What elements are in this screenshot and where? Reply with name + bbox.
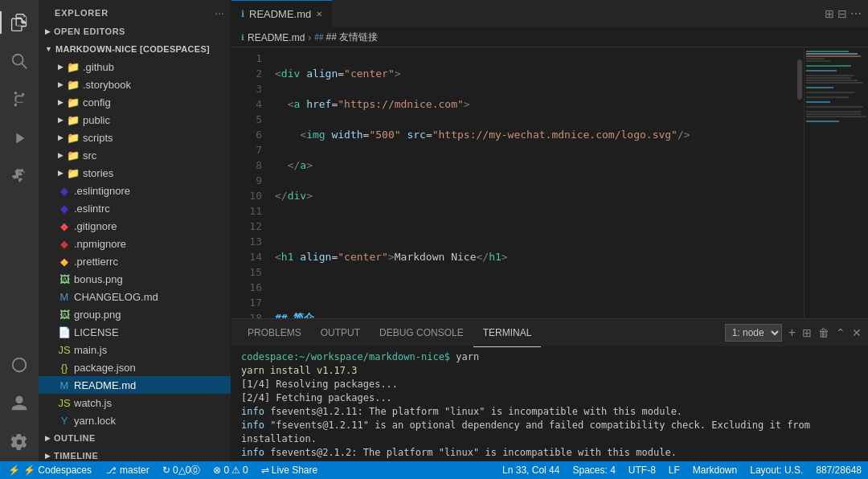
layout-status[interactable]: Layout: U.S. [743,461,809,479]
panel-tab-terminal[interactable]: TERMINAL [473,319,542,347]
tab-readme[interactable]: ℹ README.md ✕ [231,0,332,28]
tab-icon: ℹ [241,9,244,19]
panel-tab-problems[interactable]: PROBLEMS [238,319,311,347]
tab-layout-icon[interactable]: ⊟ [837,7,847,20]
line-ending-status[interactable]: LF [662,461,686,479]
file-icon-md: M [58,379,71,391]
activity-icon-account[interactable] [0,384,39,423]
position-label: Ln 33, Col 44 [502,465,559,476]
breadcrumb-section[interactable]: ## ## 友情链接 [314,31,378,44]
terminal-line: [2/4] Fetching packages... [241,391,858,405]
layout-label: Layout: U.S. [750,465,803,476]
tree-item[interactable]: ▶ 📁 scripts [39,129,231,146]
tree-item[interactable]: Y yarn.lock [39,411,231,429]
position-status[interactable]: Ln 33, Col 44 [496,461,566,479]
tree-item[interactable]: 📄 LICENSE [39,323,231,341]
encoding-status[interactable]: UTF-8 [622,461,662,479]
tree-item[interactable]: 🖼 bonus.png [39,270,231,288]
tree-item-label: .npmignore [74,238,126,250]
folder-icon: 📁 [67,149,80,162]
errors-status[interactable]: ⊗ 0 ⚠ 0 [207,461,254,479]
terminal-body[interactable]: codespace:~/workspace/markdown-nice$ yar… [231,347,868,461]
tree-item-label: group.png [74,309,121,321]
folder-chevron: ▶ [58,116,63,124]
open-editors-header[interactable]: ▶ OPEN EDITORS [39,23,231,40]
tree-item[interactable]: ▶ 📁 .storybook [39,76,231,93]
tree-item[interactable]: M CHANGELOG.md [39,288,231,305]
folder-icon: 📁 [67,132,80,144]
tree-item[interactable]: ▶ 📁 config [39,93,231,111]
sidebar-title: EXPLORER [55,8,108,18]
close-panel-icon[interactable]: ✕ [852,326,862,339]
tree-item[interactable]: ▶ 📁 stories [39,164,231,182]
tree-item[interactable]: ◆ .npmignore [39,235,231,252]
branch-label: master [120,465,149,476]
add-terminal-icon[interactable]: + [788,325,796,340]
tree-item-label: src [83,149,96,162]
encoding-label: UTF-8 [628,465,656,476]
sidebar-menu-dots[interactable]: ··· [215,6,224,19]
activity-icon-search[interactable] [0,42,39,80]
tab-label: README.md [249,8,311,20]
tree-item[interactable]: ◆ .eslintrc [39,199,231,217]
panel-tab-debug[interactable]: DEBUG CONSOLE [370,319,473,347]
live-share-status[interactable]: ⇌ Live Share [255,461,324,479]
tree-item-label: package.json [74,362,136,374]
tree-item[interactable]: ◆ .gitignore [39,217,231,235]
outline-header[interactable]: ▶ OUTLINE [39,429,231,447]
code-editor[interactable]: <div align="center"> <a href="https://md… [268,47,796,318]
breadcrumb-file[interactable]: README.md [248,32,305,43]
terminal-line: info fsevents@2.1.2: The platform "linux… [241,446,858,460]
tree-item-readme[interactable]: M README.md [39,376,231,394]
branch-icon: ⎇ [106,465,117,476]
tab-close-icon[interactable]: ✕ [316,10,322,18]
file-icon-yarn: Y [58,415,71,427]
panel-tabs: PROBLEMS OUTPUT DEBUG CONSOLE TERMINAL 1… [231,319,868,347]
editor-scrollbar[interactable] [796,47,804,318]
panel-tab-output[interactable]: OUTPUT [311,319,370,347]
tree-item[interactable]: {} package.json [39,358,231,376]
terminal-panel: PROBLEMS OUTPUT DEBUG CONSOLE TERMINAL 1… [231,318,868,461]
trash-icon[interactable]: 🗑 [818,326,829,339]
activity-icon-extensions[interactable] [0,158,39,196]
outline-section: ▶ OUTLINE ▶ TIMELINE [39,429,231,461]
file-count-status: 887/28648 [809,461,868,479]
tree-item[interactable]: ▶ 📁 public [39,111,231,129]
project-root-header[interactable]: ▼ MARKDOWN-NICE [CODESPACES] [39,40,231,58]
branch-status[interactable]: ⎇ master [100,461,156,479]
status-bar: ⚡ ⚡ Codespaces ⎇ master ↻ 0△0⓪ ⊗ 0 ⚠ 0 ⇌… [0,461,868,479]
main-area: EXPLORER ··· ▶ OPEN EDITORS ▼ MARKDOWN-N… [0,0,868,461]
tree-item[interactable]: ◆ .prettierrc [39,252,231,270]
activity-icon-settings[interactable] [0,423,39,461]
terminal-dropdown[interactable]: 1: node [725,324,782,342]
breadcrumb-sep: › [308,32,311,43]
folder-chevron: ▶ [58,80,63,88]
activity-icon-remote[interactable] [0,346,39,384]
project-root-label: MARKDOWN-NICE [CODESPACES] [55,44,210,54]
split-terminal-icon[interactable]: ⊞ [802,326,812,339]
warn-icon: ⚠ [231,465,240,476]
sync-label: ↻ 0△0⓪ [162,464,201,477]
tab-more-icon[interactable]: ⋯ [850,7,862,20]
sidebar-header: EXPLORER ··· [39,0,231,23]
tree-item[interactable]: JS main.js [39,341,231,358]
tree-item[interactable]: 🖼 group.png [39,305,231,323]
timeline-header[interactable]: ▶ TIMELINE [39,447,231,461]
spaces-status[interactable]: Spaces: 4 [566,461,621,479]
timeline-chevron: ▶ [45,452,51,460]
file-icon-license: 📄 [58,326,71,338]
tab-split-icon[interactable]: ⊞ [825,7,834,20]
maximize-icon[interactable]: ⌃ [836,326,845,339]
codespaces-status[interactable]: ⚡ ⚡ Codespaces [0,461,100,479]
sync-status[interactable]: ↻ 0△0⓪ [156,461,207,479]
tree-item[interactable]: JS watch.js [39,394,231,411]
language-status[interactable]: Markdown [686,461,743,479]
tree-item[interactable]: ▶ 📁 src [39,146,231,164]
terminal-line: info "fsevents@1.2.11" is an optional de… [241,419,858,446]
activity-icon-explorer[interactable] [0,3,39,42]
activity-icon-source-control[interactable] [0,80,39,119]
tree-item[interactable]: ▶ 📁 .github [39,58,231,76]
error-icon: ⊗ [213,465,221,476]
activity-icon-run[interactable] [0,119,39,158]
tree-item[interactable]: ◆ .eslintignore [39,182,231,199]
